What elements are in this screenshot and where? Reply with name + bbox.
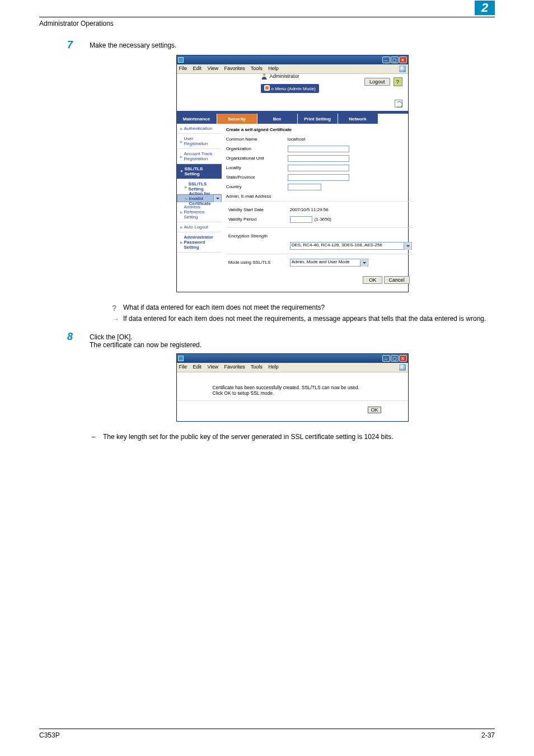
step8-text2: The certificate can now be registered. (90, 341, 495, 349)
label-locality: Locality (226, 165, 288, 170)
admin-mode-label: o Menu (Admin Mode) (271, 86, 316, 91)
label-country: Country (226, 184, 288, 189)
window-icon (178, 356, 184, 361)
dash-icon: – (90, 433, 97, 441)
sidebar-item-user-reg[interactable]: ▶User Registration (177, 134, 222, 149)
section-title: Administrator Operations (39, 17, 114, 27)
step8-note: The key length set for the public key of… (103, 433, 394, 441)
minimize-button[interactable]: – (382, 355, 390, 362)
step7-number: 7 (67, 39, 73, 51)
sidebar-item-label: Action for Invalid Certificate (189, 191, 211, 206)
step7-text: Make the necessary settings. (90, 41, 495, 49)
sidebar-item-label: User Registration (184, 136, 218, 146)
form-title: Create a self-signed Certificate (226, 127, 414, 132)
sidebar: ▶Authentication ▶User Registration ▶Acco… (177, 124, 222, 292)
label-common: Common Name (226, 137, 288, 142)
tab-network[interactable]: Network (338, 114, 378, 124)
question-icon: ? (112, 304, 120, 312)
sidebar-item-label: Account Track Registration (184, 151, 218, 161)
menu-tools[interactable]: Tools (251, 364, 263, 370)
menu-tools[interactable]: Tools (251, 66, 263, 71)
close-button[interactable]: ✕ (399, 57, 407, 63)
window-icon (178, 57, 184, 63)
sidebar-item-invalid-cert[interactable]: ▶Action for Invalid Certificate (177, 194, 222, 202)
maximize-button[interactable]: ▢ (391, 355, 399, 362)
label-email: Admin. E-mail Address (226, 194, 288, 199)
footer-model: C353P (39, 731, 60, 739)
label-mode: Mode using SSL/TLS (228, 260, 290, 265)
label-state: State/Province (226, 175, 288, 180)
svg-point-0 (263, 73, 265, 76)
tab-print[interactable]: Print Setting (298, 114, 338, 124)
menu-edit[interactable]: Edit (193, 364, 202, 370)
menubar: File Edit View Favorites Tools Help (177, 363, 408, 372)
ie-icon (399, 364, 406, 371)
cancel-button[interactable]: Cancel (384, 276, 410, 284)
value-vstart: 2007/10/5 11:29:56 (290, 207, 329, 212)
input-orgunit[interactable] (288, 155, 349, 162)
sidebar-item-auth[interactable]: ▶Authentication (177, 124, 222, 134)
input-locality[interactable] (288, 165, 349, 171)
arrow-icon: → (112, 315, 120, 323)
sidebar-item-label: Address Reference Setting (184, 204, 218, 220)
admin-mode-menu[interactable]: o Menu (Admin Mode) (261, 84, 319, 93)
tab-security[interactable]: Security (217, 114, 257, 124)
hint-vperiod: (1-3650) (315, 217, 331, 222)
menu-view[interactable]: View (208, 66, 218, 71)
menu-file[interactable]: File (179, 66, 188, 71)
input-vperiod[interactable] (290, 216, 312, 223)
svg-rect-2 (265, 86, 269, 90)
logout-button[interactable]: Logout (364, 78, 390, 86)
step7-answer: If data entered for each item does not m… (123, 315, 486, 323)
form-area: Create a self-signed Certificate Common … (222, 124, 419, 292)
label-vperiod: Validity Period (228, 217, 290, 222)
menu-view[interactable]: View (208, 364, 218, 370)
footer-page: 2-37 (481, 731, 495, 739)
minimize-button[interactable]: – (382, 57, 390, 63)
menu-help[interactable]: Help (268, 66, 279, 71)
input-org[interactable] (288, 146, 349, 152)
sidebar-item-label: SSL/TLS Setting (189, 181, 218, 192)
label-vstart: Validity Start Date (228, 207, 290, 212)
titlebar: – ▢ ✕ (177, 354, 408, 363)
sidebar-item-autolog[interactable]: ▶Auto Logout (177, 222, 222, 232)
browser-window-1: – ▢ ✕ File Edit View Favorites Tools Hel… (176, 55, 409, 292)
menu-file[interactable]: File (179, 364, 188, 370)
menu-help[interactable]: Help (268, 364, 279, 370)
input-country[interactable] (288, 184, 321, 190)
menu-favorites[interactable]: Favorites (224, 364, 245, 370)
success-message: Certificate has been successfully create… (177, 372, 408, 401)
admin-label: Administrator (270, 73, 299, 79)
help-button[interactable]: ? (394, 77, 402, 86)
sidebar-item-acct[interactable]: ▶Account Track Registration (177, 149, 222, 164)
ok-button[interactable]: OK (363, 276, 382, 284)
refresh-icon[interactable] (395, 100, 402, 108)
menu-toggle-icon (264, 85, 270, 92)
value-common: localhost (288, 137, 306, 142)
tab-spacer (378, 114, 408, 124)
sidebar-item-label: Authentication (184, 126, 213, 131)
step7-question: What if data entered for each item does … (123, 304, 325, 311)
close-button[interactable]: ✕ (399, 355, 407, 362)
menu-edit[interactable]: Edit (193, 66, 202, 71)
label-org: Organization (226, 146, 288, 151)
ie-icon (399, 66, 406, 72)
step8-number: 8 (67, 331, 73, 343)
select-mode[interactable]: Admin. Mode and User Mode (290, 259, 368, 267)
ok-button[interactable]: OK (368, 407, 381, 413)
step8-text1: Click the [OK]. (90, 333, 495, 341)
titlebar: – ▢ ✕ (177, 55, 408, 64)
sidebar-item-ssl[interactable]: ▼SSL/TLS Setting (177, 164, 222, 179)
tab-maintenance[interactable]: Maintenance (177, 114, 217, 124)
tab-box[interactable]: Box (257, 114, 298, 124)
select-enc[interactable]: DES, RC4-40, RC4-128, 3DES-168, AES-256 (290, 242, 412, 250)
sidebar-item-admpw[interactable]: ▶Administrator Password Setting (177, 232, 222, 253)
sidebar-item-label: Auto Logout (184, 225, 208, 230)
menu-favorites[interactable]: Favorites (224, 66, 245, 71)
sidebar-item-label: Administrator Password Setting (184, 235, 218, 250)
admin-icon (261, 73, 268, 80)
input-state[interactable] (288, 174, 349, 181)
maximize-button[interactable]: ▢ (391, 57, 399, 63)
chapter-number: 2 (475, 1, 495, 15)
browser-window-2: – ▢ ✕ File Edit View Favorites Tools Hel… (176, 353, 409, 422)
